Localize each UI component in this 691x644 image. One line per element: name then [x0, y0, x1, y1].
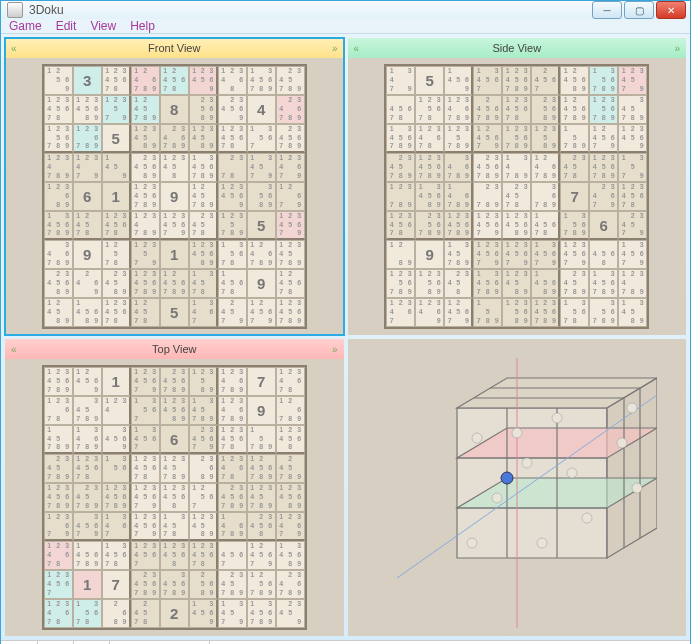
sudoku-cell[interactable]: 5	[415, 66, 444, 95]
sudoku-cell[interactable]: 135678	[218, 240, 247, 269]
front-next-icon[interactable]: »	[332, 43, 338, 54]
sudoku-cell[interactable]: 234578	[502, 182, 531, 211]
sudoku-cell[interactable]: 123679	[44, 512, 73, 541]
sudoku-cell[interactable]: 23689	[189, 454, 218, 483]
sudoku-cell[interactable]: 4568	[589, 240, 618, 269]
sudoku-cell[interactable]: 356789	[589, 298, 618, 327]
sudoku-cell[interactable]: 12345679	[473, 240, 502, 269]
sudoku-cell[interactable]: 14569	[444, 66, 473, 95]
sudoku-cell[interactable]: 1246789	[247, 240, 276, 269]
sudoku-cell[interactable]: 12345678	[189, 541, 218, 570]
sudoku-cell[interactable]: 1346789	[73, 425, 102, 454]
sudoku-cell[interactable]: 12345689	[73, 95, 102, 124]
sudoku-cell[interactable]: 12345678	[618, 182, 647, 211]
sudoku-cell[interactable]: 12345679	[276, 211, 305, 240]
sudoku-cell[interactable]: 12345678	[102, 298, 131, 327]
sudoku-cell[interactable]: 134567	[131, 425, 160, 454]
sudoku-cell[interactable]: 234578	[560, 153, 589, 182]
sudoku-cell[interactable]: 25689	[189, 570, 218, 599]
sudoku-cell[interactable]: 12356789	[502, 124, 531, 153]
sudoku-cell[interactable]: 1235689	[415, 269, 444, 298]
sudoku-cell[interactable]: 1236789	[73, 124, 102, 153]
sudoku-cell[interactable]: 12679	[276, 182, 305, 211]
sudoku-cell[interactable]: 9	[247, 269, 276, 298]
sudoku-cell[interactable]: 145689	[73, 298, 102, 327]
sudoku-cell[interactable]: 12578	[102, 240, 131, 269]
sudoku-cell[interactable]: 24578	[131, 599, 160, 628]
sudoku-cell[interactable]: 134569	[189, 599, 218, 628]
sudoku-cell[interactable]: 23456789	[473, 153, 502, 182]
sudoku-cell[interactable]: 12345678	[102, 66, 131, 95]
sudoku-cell[interactable]: 2	[160, 599, 189, 628]
sudoku-cell[interactable]: 345789	[618, 95, 647, 124]
sudoku-cell[interactable]: 1234569	[189, 66, 218, 95]
sudoku-cell[interactable]: 123456789	[415, 153, 444, 182]
sudoku-cell[interactable]: 1289	[386, 240, 415, 269]
sudoku-cell[interactable]: 12567	[189, 483, 218, 512]
sudoku-cell[interactable]: 1456789	[73, 541, 102, 570]
sudoku-cell[interactable]: 12356789	[44, 124, 73, 153]
sudoku-cell[interactable]: 13579	[618, 153, 647, 182]
sudoku-cell[interactable]: 12345678	[218, 124, 247, 153]
sudoku-cell[interactable]: 12569	[44, 66, 73, 95]
sudoku-cell[interactable]: 12346789	[444, 95, 473, 124]
sudoku-cell[interactable]: 12456789	[247, 454, 276, 483]
sudoku-cell[interactable]: 1245679	[589, 124, 618, 153]
sudoku-cell[interactable]: 346789	[44, 240, 73, 269]
sudoku-cell[interactable]: 1234589	[131, 124, 160, 153]
sudoku-cell[interactable]: 13479	[386, 66, 415, 95]
sudoku-cell[interactable]: 126789	[276, 396, 305, 425]
sudoku-cell[interactable]: 12345678	[502, 95, 531, 124]
sudoku-cell[interactable]: 13456789	[44, 211, 73, 240]
sudoku-cell[interactable]: 13567	[247, 124, 276, 153]
sudoku-cell[interactable]: 2456789	[473, 95, 502, 124]
sudoku-cell[interactable]: 235689	[189, 95, 218, 124]
sudoku-cell[interactable]: 6	[73, 182, 102, 211]
menu-edit[interactable]: Edit	[56, 19, 77, 33]
sudoku-cell[interactable]: 12345678	[218, 425, 247, 454]
sudoku-cell[interactable]: 123789	[386, 182, 415, 211]
sudoku-cell[interactable]: 12345789	[247, 483, 276, 512]
sudoku-cell[interactable]: 2689	[102, 599, 131, 628]
sudoku-cell[interactable]: 1356789	[560, 211, 589, 240]
sudoku-cell[interactable]: 123469	[415, 298, 444, 327]
sudoku-cell[interactable]: 12345689	[160, 396, 189, 425]
sudoku-cell[interactable]: 2345789	[560, 269, 589, 298]
sudoku-cell[interactable]: 124578	[73, 211, 102, 240]
sudoku-cell[interactable]: 123579	[131, 240, 160, 269]
sudoku-cell[interactable]: 12345678	[131, 454, 160, 483]
sudoku-cell[interactable]: 1234678	[44, 599, 73, 628]
sudoku-cell[interactable]: 346789	[444, 153, 473, 182]
sudoku-cell[interactable]: 12456789	[160, 269, 189, 298]
sudoku-cell[interactable]: 2346789	[276, 570, 305, 599]
sudoku-cell[interactable]: 1234568	[276, 425, 305, 454]
cube-3d-view[interactable]	[348, 339, 687, 636]
sudoku-cell[interactable]: 13467	[189, 298, 218, 327]
sudoku-cell[interactable]: 1235689	[502, 298, 531, 327]
menu-game[interactable]: Game	[9, 19, 42, 33]
sudoku-cell[interactable]: 235689	[531, 95, 560, 124]
sudoku-cell[interactable]: 1235678	[415, 95, 444, 124]
sudoku-cell[interactable]: 2378	[218, 153, 247, 182]
sudoku-cell[interactable]: 134579	[247, 153, 276, 182]
sudoku-cell[interactable]: 1235789	[218, 211, 247, 240]
sudoku-cell[interactable]: 345789	[73, 396, 102, 425]
sudoku-cell[interactable]: 234569	[218, 95, 247, 124]
sudoku-cell[interactable]: 12345789	[160, 454, 189, 483]
sudoku-cell[interactable]: 1345789	[189, 396, 218, 425]
sudoku-cell[interactable]: 1345678	[102, 541, 131, 570]
sudoku-cell[interactable]: 23459	[276, 599, 305, 628]
sudoku-cell[interactable]: 123456789	[589, 153, 618, 182]
sudoku-cell[interactable]: 7	[560, 182, 589, 211]
sudoku-cell[interactable]: 5	[160, 298, 189, 327]
sudoku-cell[interactable]: 2345789	[73, 483, 102, 512]
sudoku-cell[interactable]: 123467	[386, 298, 415, 327]
top-next-icon[interactable]: »	[332, 344, 338, 355]
top-grid[interactable]: 1234567891245691123456792345678912358912…	[42, 365, 307, 630]
sudoku-cell[interactable]: 2345689	[44, 269, 73, 298]
sudoku-cell[interactable]: 2346789	[160, 124, 189, 153]
sudoku-cell[interactable]: 12345679	[131, 367, 160, 396]
sudoku-cell[interactable]: 1245679	[444, 298, 473, 327]
sudoku-cell[interactable]: 23456789	[131, 570, 160, 599]
sudoku-cell[interactable]: 123456789	[531, 298, 560, 327]
